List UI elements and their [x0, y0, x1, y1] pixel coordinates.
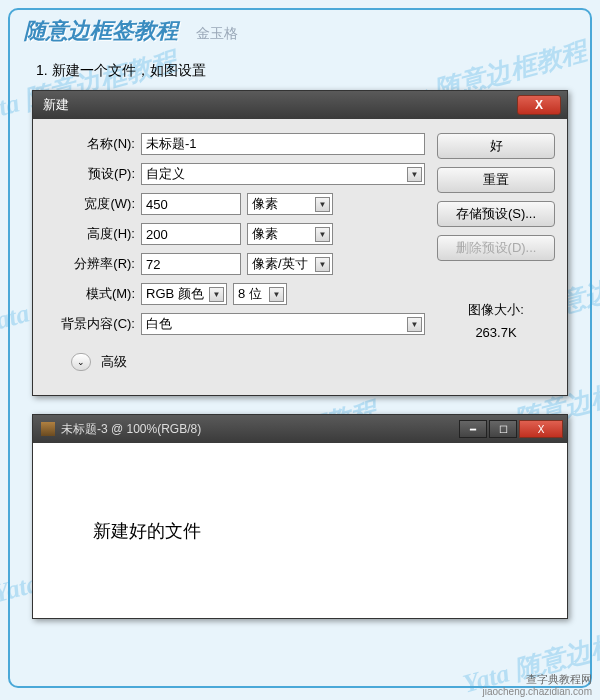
close-button[interactable]: X	[519, 420, 563, 438]
resolution-unit: 像素/英寸	[252, 255, 308, 273]
chevron-down-icon: ▼	[315, 227, 330, 242]
chevron-down-icon: ▼	[315, 257, 330, 272]
mode-label: 模式(M):	[45, 285, 135, 303]
canvas-title: 未标题-3 @ 100%(RGB/8)	[61, 421, 201, 438]
mode-select[interactable]: RGB 颜色 ▼	[141, 283, 227, 305]
reset-button[interactable]: 重置	[437, 167, 555, 193]
delete-preset-button[interactable]: 删除预设(D)...	[437, 235, 555, 261]
step-text: 1. 新建一个文件，如图设置	[10, 52, 590, 86]
chevron-down-icon: ▼	[407, 167, 422, 182]
dialog-titlebar[interactable]: 新建 X	[33, 91, 567, 119]
preset-value: 自定义	[146, 165, 185, 183]
bg-label: 背景内容(C):	[45, 315, 135, 333]
bit-value: 8 位	[238, 285, 262, 303]
name-input[interactable]	[141, 133, 425, 155]
chevron-down-icon: ▼	[315, 197, 330, 212]
name-label: 名称(N):	[45, 135, 135, 153]
maximize-button[interactable]: ☐	[489, 420, 517, 438]
app-icon	[41, 422, 55, 436]
close-icon: X	[525, 98, 553, 112]
preset-label: 预设(P):	[45, 165, 135, 183]
tutorial-author: 金玉格	[196, 25, 238, 41]
chevron-down-icon: ▼	[209, 287, 224, 302]
save-preset-button[interactable]: 存储预设(S)...	[437, 201, 555, 227]
tutorial-title: 随意边框签教程	[24, 18, 178, 43]
ok-button[interactable]: 好	[437, 133, 555, 159]
footer-watermark: 查字典教程网 jiaocheng.chazidian.com	[482, 673, 592, 698]
dialog-title: 新建	[33, 96, 79, 114]
tutorial-frame: 随意边框签教程 金玉格 1. 新建一个文件，如图设置 新建 X 名称(N): 预…	[8, 8, 592, 688]
height-unit-select[interactable]: 像素 ▼	[247, 223, 333, 245]
resolution-unit-select[interactable]: 像素/英寸 ▼	[247, 253, 333, 275]
canvas-body: 新建好的文件	[33, 443, 567, 618]
resolution-label: 分辨率(R):	[45, 255, 135, 273]
advanced-label: 高级	[101, 353, 127, 371]
preset-select[interactable]: 自定义 ▼	[141, 163, 425, 185]
chevron-down-icon: ▼	[269, 287, 284, 302]
advanced-toggle[interactable]: ⌄	[71, 353, 91, 371]
height-unit: 像素	[252, 225, 278, 243]
canvas-titlebar[interactable]: 未标题-3 @ 100%(RGB/8) ━ ☐ X	[33, 415, 567, 443]
width-label: 宽度(W):	[45, 195, 135, 213]
image-size-value: 263.7K	[437, 325, 555, 340]
canvas-window: 未标题-3 @ 100%(RGB/8) ━ ☐ X 新建好的文件	[32, 414, 568, 619]
width-unit: 像素	[252, 195, 278, 213]
close-button[interactable]: X	[517, 95, 561, 115]
bg-select[interactable]: 白色 ▼	[141, 313, 425, 335]
resolution-input[interactable]	[141, 253, 241, 275]
chevron-down-icon: ▼	[407, 317, 422, 332]
canvas-caption: 新建好的文件	[93, 519, 201, 543]
width-input[interactable]	[141, 193, 241, 215]
bg-value: 白色	[146, 315, 172, 333]
image-size-label: 图像大小:	[437, 301, 555, 319]
mode-value: RGB 颜色	[146, 285, 204, 303]
height-label: 高度(H):	[45, 225, 135, 243]
height-input[interactable]	[141, 223, 241, 245]
new-dialog: 新建 X 名称(N): 预设(P): 自定义 ▼ 宽度(W):	[32, 90, 568, 396]
bit-select[interactable]: 8 位 ▼	[233, 283, 287, 305]
width-unit-select[interactable]: 像素 ▼	[247, 193, 333, 215]
minimize-button[interactable]: ━	[459, 420, 487, 438]
